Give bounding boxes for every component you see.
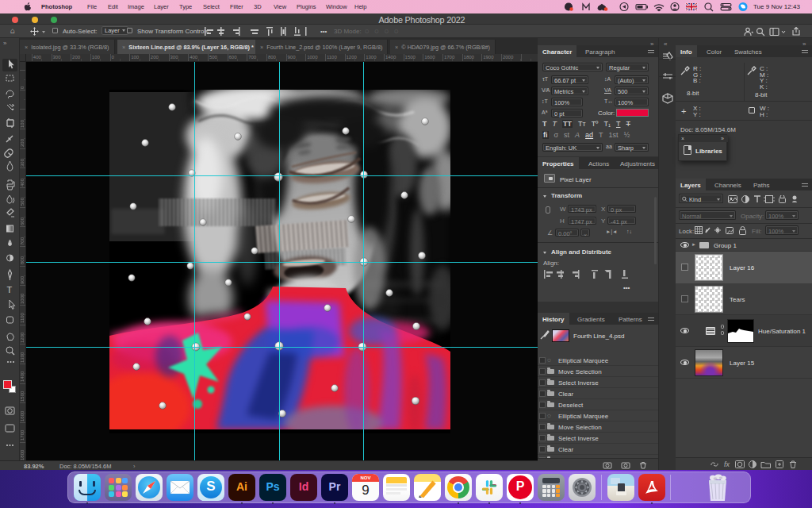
svg-text:fx: fx bbox=[724, 460, 730, 468]
svg-text:T: T bbox=[7, 285, 13, 294]
